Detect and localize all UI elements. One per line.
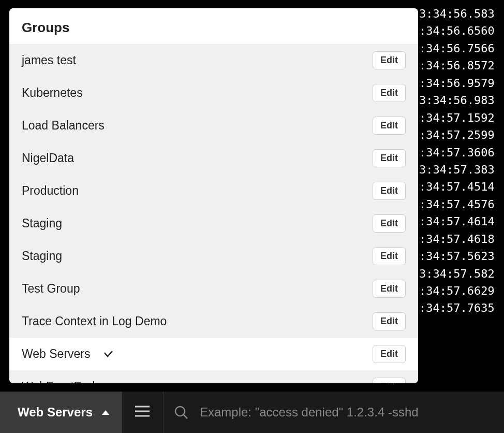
dropdown-header: Groups: [9, 8, 418, 44]
edit-button[interactable]: Edit: [373, 149, 406, 167]
svg-line-4: [184, 415, 187, 418]
group-selector-button[interactable]: Web Servers: [0, 392, 122, 433]
group-item-label: WebFrontEnd: [22, 380, 95, 383]
group-item[interactable]: Web ServersEdit: [9, 338, 418, 370]
group-item-label: NigelData: [22, 151, 74, 165]
group-item-label: james test: [22, 53, 76, 67]
group-item[interactable]: Test GroupEdit: [9, 272, 418, 305]
edit-button[interactable]: Edit: [373, 84, 406, 102]
edit-button[interactable]: Edit: [373, 247, 406, 265]
check-icon: [103, 349, 113, 359]
group-item-label: Trace Context in Log Demo: [22, 314, 167, 328]
edit-button[interactable]: Edit: [373, 182, 406, 200]
group-item-label: Web Servers: [22, 347, 91, 361]
selected-group-label: Web Servers: [18, 405, 93, 420]
group-item-label: Production: [22, 184, 79, 198]
edit-button[interactable]: Edit: [373, 280, 406, 298]
groups-dropdown: Groups james testEditKubernetesEditLoad …: [9, 8, 418, 383]
group-item-label: Staging: [22, 249, 62, 263]
bottom-bar: Web Servers: [0, 392, 504, 433]
edit-button[interactable]: Edit: [373, 312, 406, 330]
caret-up-icon: [102, 410, 109, 415]
edit-button[interactable]: Edit: [373, 51, 406, 69]
edit-button[interactable]: Edit: [373, 214, 406, 233]
group-item-label: Load Balancers: [22, 119, 105, 133]
search-input[interactable]: [200, 405, 494, 420]
group-item[interactable]: KubernetesEdit: [9, 77, 418, 109]
hamburger-icon: [135, 405, 150, 420]
group-item-label: Staging: [22, 216, 62, 230]
group-item[interactable]: james testEdit: [9, 44, 418, 77]
svg-point-3: [175, 407, 185, 416]
edit-button[interactable]: Edit: [373, 117, 406, 135]
search-icon: [174, 405, 188, 420]
search-area: [163, 392, 504, 433]
group-item[interactable]: StagingEdit: [9, 240, 418, 272]
groups-list[interactable]: james testEditKubernetesEditLoad Balance…: [9, 44, 418, 383]
edit-button[interactable]: Edit: [373, 378, 406, 383]
group-item[interactable]: Trace Context in Log DemoEdit: [9, 305, 418, 338]
menu-button[interactable]: [122, 392, 163, 433]
group-item[interactable]: ProductionEdit: [9, 175, 418, 207]
group-item[interactable]: NigelDataEdit: [9, 142, 418, 175]
edit-button[interactable]: Edit: [373, 345, 406, 363]
group-item[interactable]: StagingEdit: [9, 207, 418, 240]
group-item-label: Kubernetes: [22, 86, 83, 100]
group-item[interactable]: Load BalancersEdit: [9, 109, 418, 142]
group-item[interactable]: WebFrontEndEdit: [9, 370, 418, 383]
group-item-label: Test Group: [22, 282, 80, 296]
